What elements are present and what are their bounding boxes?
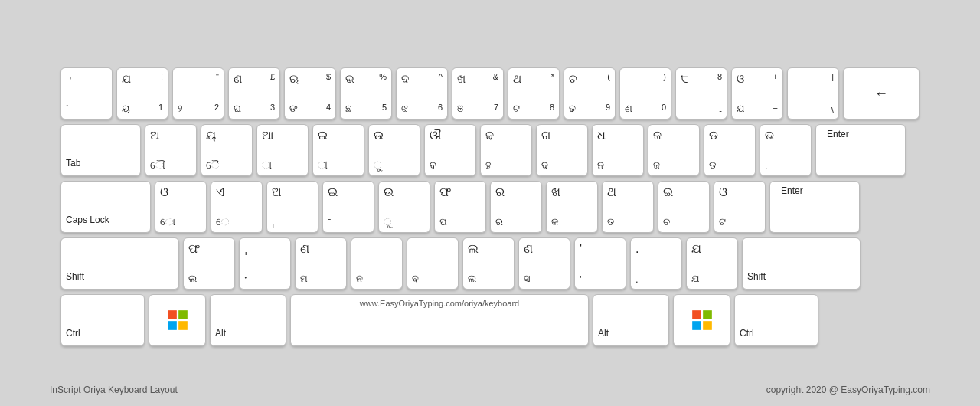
key-m[interactable]: ଣ ସ (518, 237, 570, 290)
key-e[interactable]: ଆ ା (256, 124, 309, 176)
svg-rect-1 (178, 310, 188, 319)
key-2[interactable]: " ୨ 2 (172, 67, 224, 120)
key-p[interactable]: ଜ ଜ (648, 124, 700, 176)
svg-rect-5 (703, 310, 712, 319)
key-q[interactable]: ଅ ୌ (145, 124, 197, 176)
row-shift: Shift ଫ ଲ ˌ ˑ ଣ ମ ନ (60, 237, 920, 290)
key-bracket-l[interactable]: ଡ ଡ (704, 124, 756, 176)
key-l[interactable]: ଥ ତ (602, 181, 654, 233)
backspace-button[interactable]: ← (843, 67, 920, 120)
alt-right-key[interactable]: Alt (593, 294, 669, 346)
key-6[interactable]: ଦ ^ ଝ 6 (396, 67, 448, 120)
key-1[interactable]: ଯ ! ୟ 1 (116, 67, 168, 120)
win-right-key[interactable] (673, 294, 730, 346)
shift-right-key[interactable]: Shift (742, 237, 861, 290)
shift-left-key[interactable]: Shift (60, 237, 179, 290)
key-3[interactable]: ଣ £ ଘ 3 (228, 67, 280, 120)
svg-rect-3 (178, 321, 188, 330)
ctrl-right-key[interactable]: Ctrl (734, 294, 818, 346)
key-7[interactable]: ଖ & ଞ 7 (452, 67, 504, 120)
row-number: ¬ ` ଯ ! ୟ 1 (60, 67, 920, 120)
svg-rect-4 (692, 310, 701, 319)
tab-key[interactable]: Tab (60, 124, 141, 176)
key-c[interactable]: ଣ ମ (295, 237, 347, 290)
key-s[interactable]: ଏ େ (211, 181, 263, 233)
key-z[interactable]: ଫ ଲ (183, 237, 235, 290)
key-i[interactable]: ଗ ଦ (536, 124, 588, 176)
key-minus[interactable]: ੮ 8 - (675, 67, 727, 120)
key-y[interactable]: ଔ ବ (424, 124, 476, 176)
svg-rect-2 (168, 321, 177, 330)
caps-lock-label: Caps Lock (66, 214, 109, 225)
key-g[interactable]: ଉ ୁ (378, 181, 430, 233)
key-0[interactable]: ) ଣ 0 (619, 67, 671, 120)
space-key[interactable]: www.EasyOriyaTyping.com/oriya/keyboard (290, 294, 589, 346)
keyboard-layout-label: InScript Oriya Keyboard Layout (50, 385, 178, 395)
win-left-key[interactable] (149, 294, 206, 346)
copyright-label: copyright 2020 @ EasyOriyaTyping.com (766, 385, 930, 395)
key-w[interactable]: ୟ ୈ (201, 124, 253, 176)
key-h[interactable]: ଫ ପ (434, 181, 486, 233)
key-equals[interactable]: ଓ + ଯ = (731, 67, 783, 120)
row-qwerty: Tab ଅ ୌ ୟ ୈ ଆ ା ଇ ୀ (60, 124, 920, 176)
key-f[interactable]: ଇ ˉ (322, 181, 374, 233)
key-a[interactable]: ଓ ୋ (155, 181, 207, 233)
enter-key-2[interactable]: Enter (769, 181, 860, 233)
keyboard: ¬ ` ଯ ! ୟ 1 (45, 44, 935, 362)
key-x[interactable]: ˌ ˑ (239, 237, 291, 290)
row-asdf: Caps Lock ଓ ୋ ଏ େ ଅ ˌ ଇ ˉ (60, 181, 920, 233)
key-d[interactable]: ଅ ˌ (266, 181, 318, 233)
ctrl-left-key[interactable]: Ctrl (60, 294, 145, 346)
key-bracket-r[interactable]: ଭ . (760, 124, 812, 176)
svg-rect-6 (692, 321, 701, 330)
key-8[interactable]: ଥ * ଟ 8 (508, 67, 560, 120)
key-n[interactable]: ଲ ଲ (462, 237, 514, 290)
key-t[interactable]: ଉ ୁ (368, 124, 420, 176)
key-backslash[interactable]: | \ (787, 67, 839, 120)
key-semicolon[interactable]: ଇ ଚ (658, 181, 710, 233)
key-quote[interactable]: ଓ ଟ (714, 181, 766, 233)
key-backtick[interactable]: ¬ ` (60, 67, 113, 120)
key-9[interactable]: ଚ ( ଢ 9 (564, 67, 616, 120)
svg-rect-0 (168, 310, 177, 319)
key-j[interactable]: ର ର (490, 181, 542, 233)
svg-rect-7 (703, 321, 712, 330)
key-5[interactable]: ଭ % ଛ 5 (340, 67, 392, 120)
key-comma[interactable]: ' ' (574, 237, 626, 290)
space-label: www.EasyOriyaTyping.com/oriya/keyboard (296, 299, 583, 308)
key-slash[interactable]: ଯ ଯ (686, 237, 738, 290)
alt-left-key[interactable]: Alt (210, 294, 286, 346)
key-4[interactable]: ଋ $ ଙ 4 (284, 67, 336, 120)
key-k[interactable]: ଖ କ (546, 181, 598, 233)
key-v[interactable]: ନ (351, 237, 403, 290)
row-bottom: Ctrl Alt www.EasyOriyaTyping.com/oriya/k… (60, 294, 920, 346)
key-period[interactable]: . . (630, 237, 682, 290)
enter-key[interactable]: Enter (815, 124, 906, 176)
key-r[interactable]: ଇ ୀ (312, 124, 364, 176)
caps-lock-key[interactable]: Caps Lock (60, 181, 151, 233)
key-b[interactable]: ବ (407, 237, 459, 290)
key-u[interactable]: ଢ ହ (480, 124, 532, 176)
key-o[interactable]: ଧ ନ (592, 124, 644, 176)
